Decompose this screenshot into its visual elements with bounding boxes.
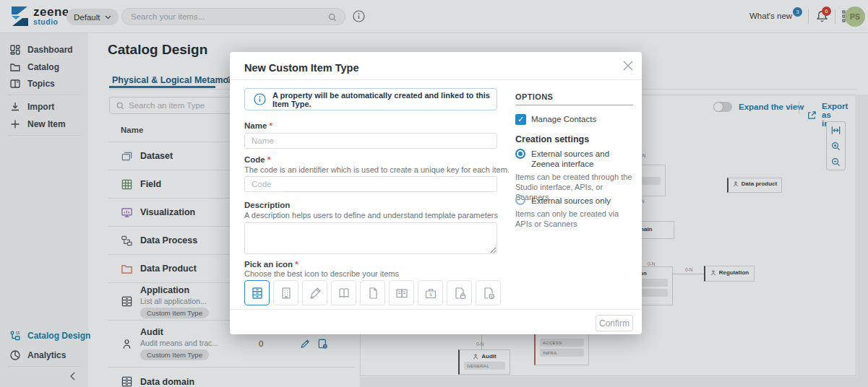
options-rule <box>515 105 633 105</box>
svg-text:$: $ <box>429 292 431 297</box>
pick-icon-label: Pick an icon <box>244 260 298 269</box>
radio-external-only[interactable] <box>515 195 525 205</box>
info-banner: A property will be automatically created… <box>244 88 497 110</box>
code-help: The code is an identifier which is used … <box>244 165 510 174</box>
icon-option-document-lock[interactable] <box>447 280 472 305</box>
close-icon[interactable] <box>622 59 635 72</box>
description-help: A description helps users to define and … <box>244 211 498 219</box>
icon-option-book-lines[interactable] <box>389 280 414 305</box>
icon-option-cabinet[interactable] <box>244 280 270 305</box>
manage-contacts-label: Manage Contacts <box>531 115 596 123</box>
options-heading: OPTIONS <box>515 92 553 101</box>
icon-option-signature-pen[interactable] <box>302 280 327 305</box>
svg-text:$: $ <box>490 294 493 298</box>
icon-option-briefcase-dollar[interactable]: $ <box>418 280 443 305</box>
modal-title: New Custom Item Type <box>244 62 358 74</box>
creation-settings-heading: Creation settings <box>515 134 589 144</box>
pick-icon-help: Choose the best icon to describe your it… <box>244 269 399 278</box>
name-field[interactable] <box>244 133 497 149</box>
modal-footer-divider <box>230 309 642 310</box>
radio-external-only-label: External sources only <box>531 196 632 206</box>
icon-option-building[interactable] <box>273 280 298 305</box>
name-label: Name <box>244 121 272 130</box>
info-icon <box>254 93 266 105</box>
modal-header-divider <box>230 79 642 80</box>
info-banner-text: A property will be automatically created… <box>272 91 497 108</box>
new-custom-item-type-modal: New Custom Item Type A property will be … <box>230 52 642 334</box>
icon-picker: $ $ <box>244 280 501 305</box>
description-label: Description <box>244 201 290 209</box>
description-field[interactable] <box>244 222 497 254</box>
code-field[interactable] <box>244 176 497 192</box>
radio-external-and-zeenea[interactable] <box>515 149 525 159</box>
radio-external-only-help: Items can only be created via APIs or Sc… <box>515 209 632 229</box>
confirm-button[interactable]: Confirm <box>596 315 633 331</box>
radio-external-and-zeenea-label: External sources and Zeenea interface <box>531 149 632 169</box>
manage-contacts-checkbox[interactable] <box>515 114 526 125</box>
icon-option-page[interactable] <box>360 280 385 305</box>
icon-option-document-dollar[interactable]: $ <box>476 280 501 305</box>
icon-option-open-book[interactable] <box>331 280 356 305</box>
code-label: Code <box>244 155 270 164</box>
